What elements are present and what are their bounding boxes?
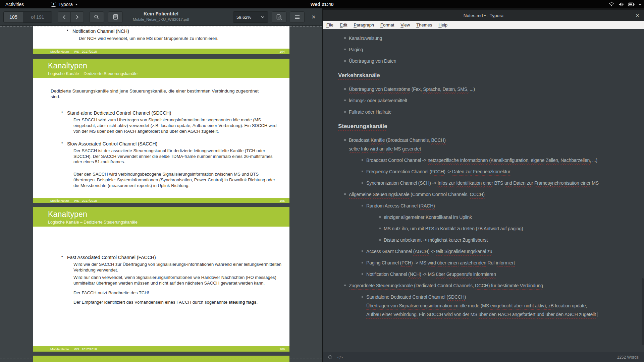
text-line[interactable]: Übertragen von Signalisierungsinformatio… bbox=[366, 301, 637, 310]
text-line[interactable]: Broadcast Control Channel -> netzspezifi… bbox=[366, 156, 637, 165]
word-count[interactable]: 1252 Words bbox=[617, 355, 639, 360]
page-number-input[interactable]: 105 of 191 bbox=[3, 11, 52, 23]
bullet-marker-icon bbox=[362, 171, 363, 172]
bullet-marker-icon bbox=[344, 193, 346, 195]
activities-button[interactable]: Activities bbox=[0, 2, 29, 7]
menu-paragraph[interactable]: Paragraph bbox=[354, 22, 374, 27]
outline-item[interactable]: MS nutz ihn, um mit BTS in Kontakt zu tr… bbox=[384, 224, 637, 233]
menu-help[interactable]: Help bbox=[438, 22, 447, 27]
system-status-area[interactable] bbox=[609, 0, 641, 8]
outline-item[interactable]: Standalone Dedicated Control Channel (SD… bbox=[366, 293, 637, 319]
text-line[interactable]: Steuerungskanäle bbox=[338, 122, 637, 131]
bullet-marker-icon bbox=[344, 88, 346, 90]
slide-bullet: •Notification Channel (NCH) Der NCH wird… bbox=[72, 28, 289, 42]
text-line[interactable]: Frequency Correction Channel (FCCH) -> D… bbox=[366, 167, 637, 176]
pdf-content-area[interactable]: •Notification Channel (NCH) Der NCH wird… bbox=[0, 26, 322, 362]
page-magnifier-button[interactable] bbox=[272, 11, 286, 23]
typora-menubar: FileEditParagraphFormatViewThemesHelp bbox=[323, 21, 644, 29]
text-line[interactable]: Aufbau einer Verbindung. Ein SDCCH wird … bbox=[366, 310, 637, 319]
text-line[interactable]: leitungs- oder paketvermittelt bbox=[349, 96, 637, 105]
text-line[interactable]: Distanz unbekannt -> möglichst kurzer Zu… bbox=[384, 236, 637, 244]
outline-item[interactable]: Random Access Channel (RACH) bbox=[366, 201, 637, 210]
outline-item[interactable]: Zugeordnete Steuerungskanäle (Dedicated … bbox=[349, 281, 637, 290]
markdown-editor[interactable]: KanalzuweisungPagingÜbertragung von Date… bbox=[323, 29, 644, 352]
slide-bullet: •Stand-alone Dedicated Control Channel (… bbox=[67, 110, 289, 134]
text-line[interactable]: Paging Channel (PCH) -> MS wird über ein… bbox=[366, 258, 637, 267]
hamburger-menu-button[interactable] bbox=[290, 11, 305, 23]
menu-edit[interactable]: Edit bbox=[340, 22, 347, 27]
typora-close-button[interactable]: ✕ bbox=[636, 10, 639, 21]
clock[interactable]: Wed 21:40 bbox=[311, 0, 334, 8]
outline-item[interactable]: Übertragung von Datenströme (Fax, Sprach… bbox=[349, 85, 637, 94]
page-current-value[interactable]: 105 bbox=[4, 12, 23, 22]
scrollbar-thumb[interactable] bbox=[642, 278, 644, 345]
outline-heading[interactable]: Steuerungskanäle bbox=[338, 122, 637, 131]
bullet-marker-icon bbox=[344, 60, 346, 62]
sidebar-toggle-button[interactable] bbox=[108, 11, 123, 23]
outline-item[interactable]: einziger allgemeiner Kontrollkanal im Up… bbox=[384, 213, 637, 222]
outline-item[interactable]: Fullrate oder Halfrate bbox=[349, 108, 637, 116]
outline-item[interactable]: leitungs- oder paketvermittelt bbox=[349, 96, 637, 105]
gnome-top-bar: Activities T Typora Wed 21:40 bbox=[0, 0, 644, 8]
menu-themes[interactable]: Themes bbox=[416, 22, 432, 27]
text-line[interactable]: selbe Info wird an alle MS gesendet bbox=[349, 144, 637, 153]
source-code-mode-icon[interactable]: </> bbox=[337, 355, 343, 359]
bullet-marker-icon bbox=[362, 273, 363, 275]
outline-item[interactable]: Paging Channel (PCH) -> MS wird über ein… bbox=[366, 258, 637, 267]
text-line[interactable]: Allgemeine Steuerungskanäle (Common Cont… bbox=[349, 190, 637, 199]
text-line[interactable]: Access Grant Channel (AGCH) -> teilt Sig… bbox=[366, 247, 637, 256]
previous-page-button[interactable] bbox=[58, 11, 71, 23]
chevron-down-icon bbox=[639, 4, 641, 5]
text-line[interactable]: Kanalzuweisung bbox=[349, 34, 637, 43]
close-window-button[interactable]: ✕ bbox=[308, 11, 319, 23]
outline-heading[interactable]: Verkehrskanäle bbox=[338, 71, 637, 80]
focus-mode-icon[interactable] bbox=[328, 355, 332, 359]
page-boundary-dashed-line bbox=[0, 26, 322, 26]
outline-item[interactable]: Paging bbox=[349, 45, 637, 54]
text-line[interactable]: Synchronization Channel (SCH) -> Infos z… bbox=[366, 179, 637, 187]
document-title-area: Kein Folientitel Mobile_Netze_JKU_WS2017… bbox=[133, 11, 189, 21]
slide-title: Kanaltypen bbox=[48, 210, 289, 219]
next-page-button[interactable] bbox=[71, 11, 84, 23]
outline-item[interactable]: Allgemeine Steuerungskanäle (Common Cont… bbox=[349, 190, 637, 199]
outline-item[interactable]: Broadcast Control Channel -> netzspezifi… bbox=[366, 156, 637, 165]
text-line[interactable]: Zugeordnete Steuerungskanäle (Dedicated … bbox=[349, 281, 637, 290]
outline-item[interactable]: Übertragung von Daten bbox=[349, 57, 637, 65]
text-line[interactable]: Paging bbox=[349, 45, 637, 54]
text-line[interactable]: Notification Channel (NCH) -> MS über Gr… bbox=[366, 270, 637, 279]
outline-item[interactable]: Distanz unbekannt -> möglichst kurzer Zu… bbox=[384, 236, 637, 244]
text-line[interactable]: Übertragung von Datenströme (Fax, Sprach… bbox=[349, 85, 637, 94]
bullet-marker-icon bbox=[362, 205, 363, 206]
slide-paragraph: Der FACCH nutzt Bandbreite des TCH! bbox=[73, 290, 282, 296]
outline-item[interactable]: Access Grant Channel (AGCH) -> teilt Sig… bbox=[366, 247, 637, 256]
outline-item[interactable]: Notification Channel (NCH) -> MS über Gr… bbox=[366, 270, 637, 279]
typora-statusbar: </> 1252 Words bbox=[323, 352, 644, 362]
text-line[interactable]: Random Access Channel (RACH) bbox=[366, 201, 637, 210]
slide-bullet-title: •Stand-alone Dedicated Control Channel (… bbox=[67, 110, 289, 116]
outline-item[interactable]: Synchronization Channel (SCH) -> Infos z… bbox=[366, 179, 637, 187]
menu-caret-icon bbox=[75, 4, 78, 5]
text-line[interactable]: Verkehrskanäle bbox=[338, 71, 637, 80]
outline-item[interactable]: Kanalzuweisung bbox=[349, 34, 637, 43]
text-line[interactable]: Fullrate oder Halfrate bbox=[349, 108, 637, 116]
menu-format[interactable]: Format bbox=[380, 22, 394, 27]
menu-file[interactable]: File bbox=[326, 22, 333, 27]
wifi-icon bbox=[609, 2, 614, 7]
text-line[interactable]: MS nutz ihn, um mit BTS in Kontakt zu tr… bbox=[384, 224, 637, 233]
text-line[interactable]: Standalone Dedicated Control Channel (SD… bbox=[366, 293, 637, 301]
text-line[interactable]: einziger allgemeiner Kontrollkanal im Up… bbox=[384, 213, 637, 222]
menu-view[interactable]: View bbox=[400, 22, 410, 27]
typora-window-title: Notes.md • - Typora bbox=[464, 13, 503, 18]
chevron-down-icon bbox=[261, 16, 265, 18]
search-button[interactable] bbox=[89, 11, 104, 23]
text-line[interactable]: Übertragung von Daten bbox=[349, 57, 637, 65]
text-caret bbox=[597, 312, 597, 317]
zoom-level-dropdown[interactable]: 59.62% bbox=[233, 11, 268, 23]
bullet-marker-icon bbox=[362, 296, 363, 298]
outline-item[interactable]: Frequency Correction Channel (FCCH) -> D… bbox=[366, 167, 637, 176]
bullet-marker-icon bbox=[344, 37, 346, 39]
document-name: Mobile_Netze_JKU_WS2017.pdf bbox=[133, 17, 189, 21]
app-menu[interactable]: T Typora bbox=[48, 2, 81, 7]
outline-item[interactable]: Broadcast Kanäle (Broadcast Channels, BC… bbox=[349, 136, 637, 153]
text-line[interactable]: Broadcast Kanäle (Broadcast Channels, BC… bbox=[349, 136, 637, 144]
